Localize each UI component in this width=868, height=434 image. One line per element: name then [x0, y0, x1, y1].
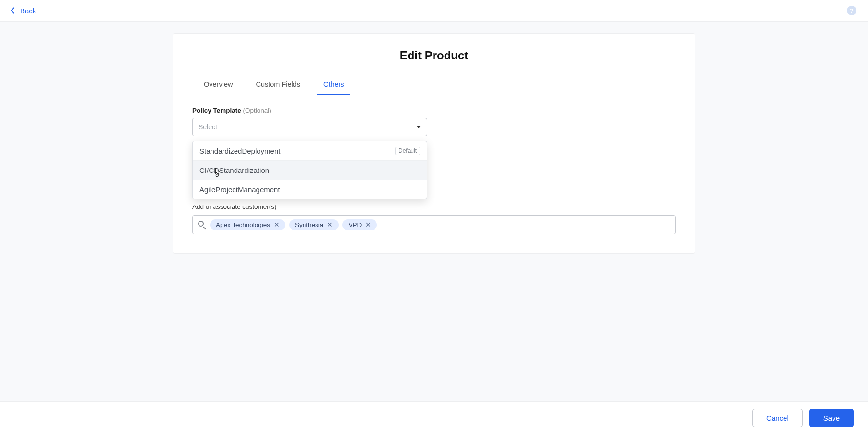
dropdown-option-label: StandardizedDeployment — [199, 147, 280, 155]
customers-label: Add or associate customer(s) — [192, 203, 676, 210]
chip-remove-icon[interactable]: ✕ — [364, 221, 372, 228]
dropdown-option-cicd-standardization[interactable]: CI/CDStandardization — [193, 161, 427, 180]
cancel-button[interactable]: Cancel — [752, 409, 803, 427]
chip-remove-icon[interactable]: ✕ — [326, 221, 334, 228]
customer-chip-vpd: VPD ✕ — [342, 219, 377, 230]
customer-chip-apex: Apex Technologies ✕ — [210, 219, 285, 230]
dropdown-option-label: AgileProjectManagement — [199, 185, 280, 194]
footer-bar: Cancel Save — [0, 401, 868, 434]
back-link[interactable]: Back — [12, 7, 36, 15]
customers-input[interactable]: Apex Technologies ✕ Synthesia ✕ VPD ✕ — [192, 215, 676, 234]
caret-down-icon — [416, 126, 421, 128]
chip-label: VPD — [348, 221, 362, 228]
chip-label: Apex Technologies — [216, 221, 270, 228]
tab-overview[interactable]: Overview — [202, 76, 235, 95]
tab-row: Overview Custom Fields Others — [192, 76, 676, 95]
customer-chip-synthesia: Synthesia ✕ — [289, 219, 339, 230]
search-icon — [198, 220, 206, 229]
back-label: Back — [20, 7, 36, 15]
main-wrap: Edit Product Overview Custom Fields Othe… — [0, 22, 868, 254]
chevron-left-icon — [11, 7, 17, 14]
policy-label-text: Policy Template — [192, 107, 241, 114]
policy-template-dropdown: StandardizedDeployment Default CI/CDStan… — [192, 141, 427, 199]
save-button[interactable]: Save — [809, 409, 854, 427]
edit-product-card: Edit Product Overview Custom Fields Othe… — [173, 33, 695, 254]
page-title: Edit Product — [192, 49, 676, 62]
policy-template-label: Policy Template (Optional) — [192, 107, 676, 114]
help-icon[interactable]: ? — [847, 6, 856, 15]
policy-template-group: Policy Template (Optional) Select Standa… — [192, 107, 676, 234]
select-placeholder: Select — [199, 123, 217, 131]
chip-remove-icon[interactable]: ✕ — [273, 221, 281, 228]
chip-label: Synthesia — [295, 221, 323, 228]
tab-custom-fields[interactable]: Custom Fields — [254, 76, 302, 95]
policy-optional-text: (Optional) — [243, 107, 271, 114]
top-bar: Back ? — [0, 0, 868, 22]
dropdown-option-label: CI/CDStandardization — [199, 166, 269, 174]
dropdown-option-standardized-deployment[interactable]: StandardizedDeployment Default — [193, 141, 427, 161]
dropdown-option-agile-project-management[interactable]: AgileProjectManagement — [193, 180, 427, 199]
policy-template-select[interactable]: Select — [192, 118, 427, 136]
tab-others[interactable]: Others — [321, 76, 346, 95]
default-badge: Default — [395, 147, 420, 155]
